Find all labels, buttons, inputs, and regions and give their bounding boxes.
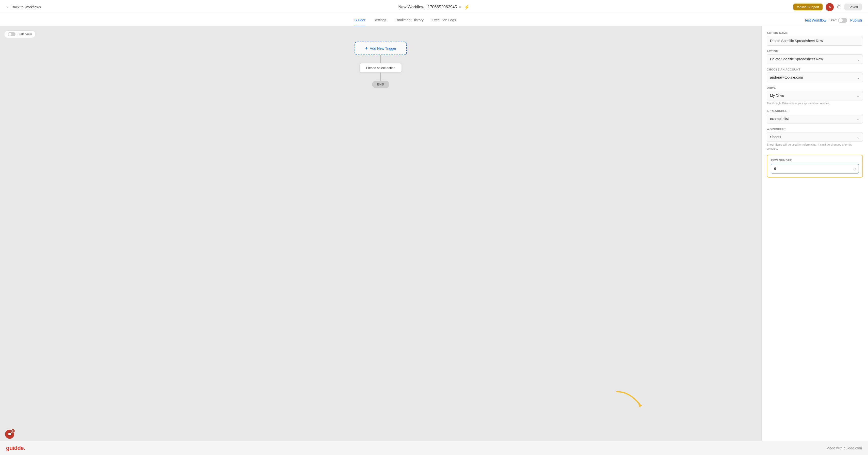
action-name-label: ACTION NAME: [767, 31, 863, 34]
row-input-icon: ◇: [853, 166, 856, 171]
add-trigger-box[interactable]: + Add New Trigger: [354, 42, 407, 55]
connector-line-2: [380, 72, 381, 80]
drive-select-wrapper: My Drive: [767, 91, 863, 100]
drive-hint: The Google Drive where your spreadsheet …: [767, 101, 863, 105]
guidde-logo: guidde.: [6, 445, 25, 451]
account-select[interactable]: andrea@topline.com: [767, 72, 863, 82]
toggle-knob: [839, 18, 843, 22]
support-button[interactable]: topline Support: [794, 4, 823, 10]
arrow-annotation: [614, 389, 645, 410]
action-select-wrapper: Delete Specific Spreadsheet Row: [767, 54, 863, 64]
choose-account-label: CHOOSE AN ACCOUNT: [767, 68, 863, 71]
row-number-input-wrapper: ◇: [771, 164, 859, 173]
avatar[interactable]: A: [826, 3, 834, 11]
action-node[interactable]: Please select action: [360, 63, 402, 72]
notification-icon: 💬: [8, 432, 12, 436]
spreadsheet-select-wrapper: example list: [767, 114, 863, 124]
lightning-icon: ⚡: [464, 4, 469, 10]
test-workflow-button[interactable]: Test Workflow: [804, 18, 826, 22]
action-name-field[interactable]: Delete Specific Spreadsheet Row: [767, 36, 863, 46]
badge-count: 35: [11, 429, 15, 433]
row-number-section: ROW NUMBER ◇: [767, 155, 863, 177]
worksheet-select-wrapper: Sheet1: [767, 132, 863, 142]
trigger-label: Add New Trigger: [370, 46, 396, 51]
nav-right: topline Support A ⏱ Saved: [794, 3, 862, 11]
drive-select[interactable]: My Drive: [767, 91, 863, 100]
tab-settings[interactable]: Settings: [374, 14, 386, 26]
footer-tagline: Made with guidde.com: [826, 446, 862, 450]
back-label: Back to Workflows: [12, 5, 41, 9]
arrow-svg: [614, 389, 645, 409]
right-panel: ACTION NAME Delete Specific Spreadsheet …: [762, 26, 868, 441]
footer: guidde. Made with guidde.com: [0, 441, 868, 455]
tab-builder[interactable]: Builder: [354, 14, 366, 26]
history-icon[interactable]: ⏱: [837, 4, 841, 10]
edit-icon[interactable]: ✏: [459, 5, 462, 9]
spreadsheet-label: SPREADSHEET: [767, 109, 863, 112]
canvas-area: Stats View + Add New Trigger Please sele…: [0, 26, 762, 441]
notification-badge: 💬 35: [5, 430, 14, 439]
action-label: ACTION: [767, 50, 863, 53]
bottom-left-area: 💬 35: [5, 430, 14, 439]
stats-switch: [8, 32, 16, 36]
draft-toggle: Draft: [830, 18, 847, 23]
account-select-wrapper: andrea@topline.com: [767, 72, 863, 82]
tabs-bar: Builder Settings Enrollment History Exec…: [0, 14, 868, 26]
connector-line-1: [380, 55, 381, 63]
saved-button[interactable]: Saved: [844, 4, 862, 10]
draft-publish-toggle[interactable]: [838, 18, 847, 23]
tab-execution-logs[interactable]: Execution Logs: [432, 14, 456, 26]
workflow-title-group: New Workflow : 1706652062945 ✏ ⚡: [399, 4, 470, 10]
end-node: END: [372, 80, 389, 88]
spreadsheet-select[interactable]: example list: [767, 114, 863, 124]
stats-label: Stats View: [18, 32, 32, 36]
worksheet-select[interactable]: Sheet1: [767, 132, 863, 142]
row-number-input[interactable]: [771, 164, 859, 173]
guidde-logo-text: guidde.: [6, 445, 25, 451]
tab-enrollment-history[interactable]: Enrollment History: [395, 14, 424, 26]
plus-icon: +: [365, 46, 368, 51]
top-nav: ← Back to Workflows New Workflow : 17066…: [0, 0, 868, 14]
worksheet-label: WORKSHEET: [767, 128, 863, 131]
publish-button[interactable]: Publish: [850, 18, 862, 22]
stats-toggle[interactable]: Stats View: [4, 30, 35, 38]
tabs-center: Builder Settings Enrollment History Exec…: [354, 14, 456, 26]
workflow-title-text: New Workflow : 1706652062945: [399, 5, 457, 9]
svg-marker-0: [638, 403, 642, 407]
main-content: Stats View + Add New Trigger Please sele…: [0, 26, 868, 441]
back-to-workflows-link[interactable]: ← Back to Workflows: [6, 5, 41, 9]
action-select[interactable]: Delete Specific Spreadsheet Row: [767, 54, 863, 64]
workflow-nodes: + Add New Trigger Please select action E…: [354, 42, 407, 88]
end-label: END: [377, 83, 384, 86]
back-arrow-icon: ←: [6, 5, 10, 9]
draft-label: Draft: [830, 18, 837, 22]
drive-label: DRIVE: [767, 86, 863, 89]
stats-knob: [8, 33, 11, 36]
row-number-label: ROW NUMBER: [771, 159, 859, 162]
worksheet-hint: Sheet Name will be used for referencing,…: [767, 143, 863, 151]
action-node-label: Please select action: [366, 66, 396, 70]
tabs-right: Test Workflow Draft Publish: [804, 18, 862, 23]
